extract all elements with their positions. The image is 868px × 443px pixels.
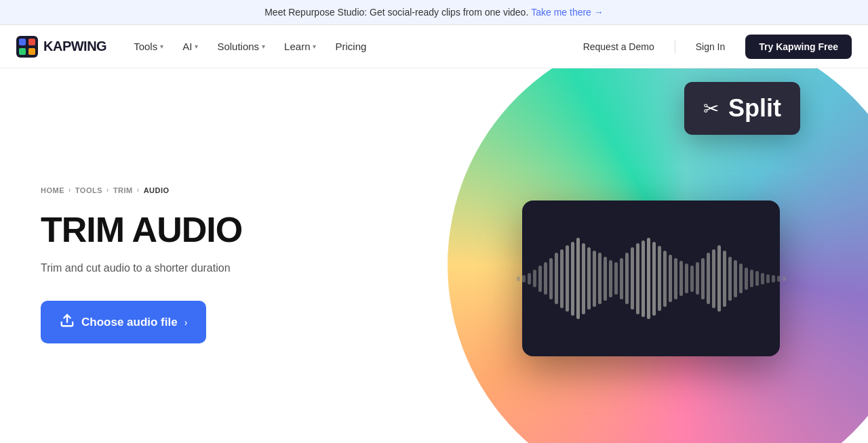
waveform-bar <box>528 273 531 284</box>
page-title: TRIM AUDIO <box>41 211 242 249</box>
waveform-bar <box>538 266 542 292</box>
nav-item-ai[interactable]: AI ▾ <box>174 35 206 58</box>
arrow-icon: › <box>184 317 188 328</box>
nav-divider <box>675 40 675 54</box>
waveform-bar <box>766 274 770 283</box>
chevron-down-icon: ▾ <box>313 43 316 50</box>
nav-links: Tools ▾ AI ▾ Solutions ▾ Learn ▾ Pricing <box>125 35 570 58</box>
waveform-bar <box>750 270 753 287</box>
split-label: Split <box>728 94 781 123</box>
banner-link[interactable]: Take me there → <box>531 7 604 18</box>
waveform-bar <box>734 260 737 297</box>
scissors-icon: ✂ <box>703 98 719 120</box>
logo-link[interactable]: KAPWING <box>16 36 106 58</box>
waveform-bar <box>620 258 623 299</box>
nav-item-tools[interactable]: Tools ▾ <box>125 35 172 58</box>
waveform-bar <box>663 251 667 307</box>
waveform-bar <box>582 243 585 314</box>
top-banner: Meet Repurpose Studio: Get social-ready … <box>0 0 868 25</box>
waveform-bar <box>598 253 601 304</box>
waveform-bar <box>739 263 743 293</box>
hero-section: HOME › TOOLS › TRIM › AUDIO TRIM AUDIO T… <box>0 68 868 443</box>
breadcrumb-sep-2: › <box>106 186 109 194</box>
nav-right: Request a Demo Sign In Try Kapwing Free <box>571 35 852 59</box>
request-demo-button[interactable]: Request a Demo <box>571 36 667 58</box>
hero-visual: ✂ Split <box>393 68 868 443</box>
chevron-down-icon: ▾ <box>195 43 198 50</box>
banner-text: Meet Repurpose Studio: Get social-ready … <box>264 7 528 18</box>
waveform-bar <box>614 262 618 295</box>
waveform-bar <box>728 257 732 301</box>
hero-subtitle: Trim and cut audio to a shorter duration <box>41 260 242 276</box>
breadcrumb-current: AUDIO <box>144 186 170 194</box>
waveform-bar <box>696 262 699 295</box>
svg-rect-4 <box>28 48 35 55</box>
waveform-bar <box>679 261 683 296</box>
waveform-bar <box>685 263 688 293</box>
waveform-bar <box>690 266 694 292</box>
waveform-bar <box>587 247 591 310</box>
waveform-bar <box>723 251 726 307</box>
logo-text: KAPWING <box>43 39 106 54</box>
upload-icon <box>60 313 75 331</box>
breadcrumb-home[interactable]: HOME <box>41 186 64 194</box>
waveform-bar <box>701 258 705 299</box>
kapwing-logo-icon <box>16 36 38 58</box>
waveform-bar <box>772 275 775 282</box>
breadcrumb: HOME › TOOLS › TRIM › AUDIO <box>41 186 242 194</box>
nav-item-pricing[interactable]: Pricing <box>327 35 374 58</box>
try-free-button[interactable]: Try Kapwing Free <box>745 35 852 59</box>
waveform-bar <box>533 270 536 287</box>
waveform-bar <box>652 242 656 316</box>
waveform-bar <box>560 249 564 308</box>
waveform-bar <box>755 271 759 286</box>
waveform-bar <box>745 268 748 290</box>
navbar: KAPWING Tools ▾ AI ▾ Solutions ▾ Learn ▾… <box>0 25 868 68</box>
waveform-bar <box>555 253 558 304</box>
waveform-bar <box>717 245 721 312</box>
split-badge: ✂ Split <box>684 82 800 135</box>
waveform-bar <box>549 258 553 299</box>
sign-in-button[interactable]: Sign In <box>684 36 738 58</box>
breadcrumb-sep-1: › <box>68 186 71 194</box>
waveform-bar <box>566 245 569 312</box>
breadcrumb-tools[interactable]: TOOLS <box>75 186 102 194</box>
waveform-bar <box>571 242 574 316</box>
hero-content: HOME › TOOLS › TRIM › AUDIO TRIM AUDIO T… <box>0 146 283 384</box>
waveform-bar <box>522 275 526 282</box>
waveform-bar <box>761 273 764 284</box>
chevron-down-icon: ▾ <box>262 43 265 50</box>
svg-rect-3 <box>19 48 26 55</box>
breadcrumb-sep-3: › <box>137 186 140 194</box>
waveform-card <box>522 201 780 356</box>
waveform-bar <box>647 238 650 319</box>
waveform-bar <box>658 246 661 311</box>
waveform-bar <box>631 247 634 310</box>
choose-audio-label: Choose audio file <box>81 316 178 329</box>
chevron-down-icon: ▾ <box>160 43 163 50</box>
choose-audio-button[interactable]: Choose audio file › <box>41 301 206 343</box>
waveform-bar <box>777 276 781 282</box>
waveform-bars <box>503 224 800 333</box>
waveform-bar <box>707 253 710 304</box>
waveform-bar <box>609 260 612 297</box>
svg-rect-1 <box>19 39 26 45</box>
waveform-bar <box>636 243 639 314</box>
waveform-bar <box>669 255 672 302</box>
breadcrumb-trim[interactable]: TRIM <box>113 186 133 194</box>
waveform-bar <box>517 276 520 281</box>
waveform-bar <box>712 249 715 308</box>
waveform-bar <box>544 262 547 295</box>
waveform-bar <box>642 240 645 317</box>
nav-item-learn[interactable]: Learn ▾ <box>276 35 324 58</box>
waveform-bar <box>604 257 607 301</box>
waveform-bar <box>593 251 596 307</box>
svg-rect-2 <box>28 39 35 45</box>
waveform-bar <box>783 276 786 281</box>
nav-item-solutions[interactable]: Solutions ▾ <box>209 35 273 58</box>
waveform-bar <box>674 258 677 299</box>
waveform-bar <box>625 253 629 304</box>
waveform-bar <box>576 238 580 319</box>
